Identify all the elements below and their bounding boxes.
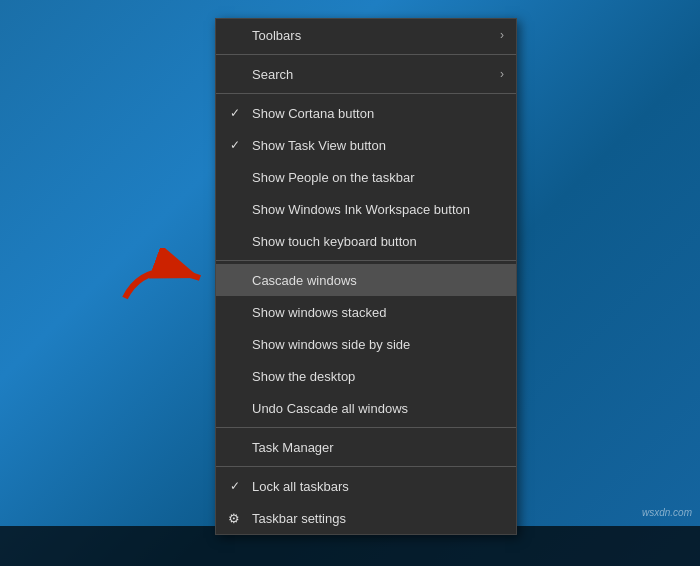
submenu-arrow-icon: ›	[500, 67, 504, 81]
menu-separator	[216, 427, 516, 428]
menu-item-show-people[interactable]: Show People on the taskbar	[216, 161, 516, 193]
menu-separator	[216, 260, 516, 261]
menu-item-label: Undo Cascade all windows	[252, 401, 408, 416]
menu-separator	[216, 466, 516, 467]
menu-item-label: Task Manager	[252, 440, 334, 455]
menu-item-lock-taskbars[interactable]: ✓Lock all taskbars	[216, 470, 516, 502]
checkmark-icon: ✓	[230, 106, 240, 120]
submenu-arrow-icon: ›	[500, 28, 504, 42]
menu-item-label: Show the desktop	[252, 369, 355, 384]
menu-item-label: Show Task View button	[252, 138, 386, 153]
menu-item-show-ink-workspace[interactable]: Show Windows Ink Workspace button	[216, 193, 516, 225]
menu-item-label: Search	[252, 67, 293, 82]
menu-item-label: Show Windows Ink Workspace button	[252, 202, 470, 217]
menu-item-taskbar-settings[interactable]: ⚙Taskbar settings	[216, 502, 516, 534]
checkmark-icon: ✓	[230, 138, 240, 152]
menu-item-label: Cascade windows	[252, 273, 357, 288]
menu-item-show-task-view[interactable]: ✓Show Task View button	[216, 129, 516, 161]
watermark: wsxdn.com	[642, 507, 692, 518]
checkmark-icon: ✓	[230, 479, 240, 493]
arrow-indicator	[115, 248, 215, 308]
menu-item-task-manager[interactable]: Task Manager	[216, 431, 516, 463]
menu-item-search[interactable]: Search›	[216, 58, 516, 90]
menu-item-show-windows-stacked[interactable]: Show windows stacked	[216, 296, 516, 328]
menu-item-undo-cascade[interactable]: Undo Cascade all windows	[216, 392, 516, 424]
menu-item-label: Show touch keyboard button	[252, 234, 417, 249]
menu-item-toolbars[interactable]: Toolbars›	[216, 19, 516, 51]
menu-item-show-windows-side-by-side[interactable]: Show windows side by side	[216, 328, 516, 360]
menu-item-label: Show windows side by side	[252, 337, 410, 352]
menu-separator	[216, 54, 516, 55]
menu-item-cascade-windows[interactable]: Cascade windows	[216, 264, 516, 296]
menu-item-label: Taskbar settings	[252, 511, 346, 526]
menu-item-show-desktop[interactable]: Show the desktop	[216, 360, 516, 392]
menu-item-label: Show Cortana button	[252, 106, 374, 121]
gear-icon: ⚙	[228, 511, 240, 526]
menu-item-label: Toolbars	[252, 28, 301, 43]
menu-item-label: Show People on the taskbar	[252, 170, 415, 185]
menu-item-show-touch-keyboard[interactable]: Show touch keyboard button	[216, 225, 516, 257]
menu-item-label: Lock all taskbars	[252, 479, 349, 494]
menu-item-show-cortana[interactable]: ✓Show Cortana button	[216, 97, 516, 129]
context-menu: Toolbars›Search›✓Show Cortana button✓Sho…	[215, 18, 517, 535]
menu-item-label: Show windows stacked	[252, 305, 386, 320]
menu-separator	[216, 93, 516, 94]
